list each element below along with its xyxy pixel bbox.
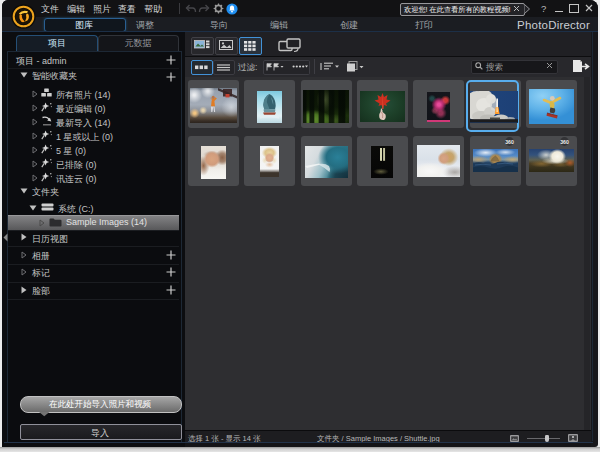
svg-text:360: 360 [560, 138, 569, 144]
svg-text:360: 360 [505, 138, 514, 144]
